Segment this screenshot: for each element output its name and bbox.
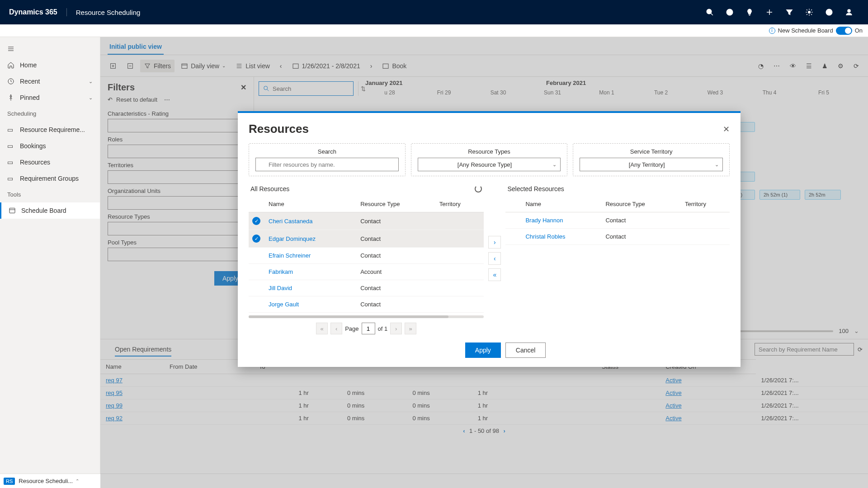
remove-selected-btn[interactable]: ‹	[488, 252, 501, 265]
modal-apply-btn[interactable]: Apply	[465, 343, 501, 358]
resource-row[interactable]: Fabrikam Account	[249, 264, 484, 280]
svg-line-1	[711, 13, 713, 15]
banner-label: New Schedule Board	[778, 27, 833, 34]
resource-row[interactable]: ✓ Edgar Dominquez Contact	[249, 230, 484, 248]
nav-recent[interactable]: Recent ⌄	[0, 73, 100, 89]
section-tools: Tools	[0, 187, 100, 202]
chevron-down-icon: ⌄	[89, 79, 93, 84]
nav-home[interactable]: Home	[0, 57, 100, 73]
resource-link[interactable]: Fabrikam	[269, 268, 293, 275]
app-badge: RS	[4, 478, 15, 485]
chevron-down-icon: ⌄	[89, 95, 93, 101]
resources-modal: Resources ✕ Search Resource Types [Any R…	[238, 111, 741, 367]
resource-search-input[interactable]	[255, 158, 399, 171]
checked-icon: ✓	[252, 235, 260, 243]
resource-link[interactable]: Christal Robles	[525, 233, 565, 240]
svg-rect-12	[9, 208, 15, 213]
add-icon[interactable]	[760, 0, 779, 24]
info-icon: i	[769, 28, 775, 34]
add-selected-btn[interactable]: ›	[488, 236, 501, 249]
territory-select[interactable]: [Any Territory]⌄	[580, 158, 723, 171]
nav-resource-requirements[interactable]: ▭Resource Requireme...	[0, 122, 100, 138]
help-icon[interactable]	[819, 0, 839, 24]
section-scheduling: Scheduling	[0, 106, 100, 122]
hamburger-icon[interactable]	[0, 41, 100, 57]
app-name: Resource Scheduling	[67, 9, 141, 16]
resource-link[interactable]: Jorge Gault	[269, 301, 299, 308]
last-page-btn[interactable]: »	[405, 323, 416, 334]
reload-icon[interactable]	[475, 185, 482, 192]
bulb-icon[interactable]	[740, 0, 760, 24]
page-input[interactable]	[362, 323, 375, 334]
resource-link[interactable]: Jill David	[269, 285, 292, 291]
modal-title: Resources	[249, 122, 309, 136]
all-resources-label: All Resources	[250, 185, 289, 192]
resource-row[interactable]: Christal Robles Contact	[505, 229, 730, 245]
new-board-toggle[interactable]	[836, 27, 852, 35]
app-footer-label[interactable]: Resource Scheduli...	[19, 478, 73, 484]
brand: Dynamics 365	[9, 8, 67, 16]
resource-row[interactable]: Brady Hannon Contact	[505, 212, 730, 229]
resource-link[interactable]: Edgar Dominquez	[269, 235, 316, 242]
task-icon[interactable]	[720, 0, 740, 24]
user-icon[interactable]	[839, 0, 859, 24]
modal-cancel-btn[interactable]: Cancel	[505, 343, 546, 358]
hscroll[interactable]	[249, 315, 484, 318]
new-board-banner: i New Schedule Board On	[0, 24, 868, 37]
sidebar: Home Recent ⌄ Pinned ⌄ Scheduling ▭Resou…	[0, 37, 100, 488]
selected-resources-table: Name Resource Type Territory Brady Hanno…	[505, 196, 730, 245]
resource-link[interactable]: Brady Hannon	[525, 217, 563, 224]
types-filter-box: Resource Types [Any Resource Type]⌄	[411, 143, 568, 176]
first-page-btn[interactable]: «	[316, 323, 328, 334]
all-resources-table: Name Resource Type Territory ✓ Cheri Cas…	[249, 196, 484, 313]
filter-icon[interactable]	[779, 0, 799, 24]
prev-page-btn[interactable]: ‹	[330, 323, 342, 334]
svg-point-0	[707, 9, 712, 14]
nav-schedule-board[interactable]: Schedule Board	[0, 202, 100, 219]
search-icon[interactable]	[700, 0, 720, 24]
territory-filter-box: Service Territory [Any Territory]⌄	[573, 143, 730, 176]
svg-point-5	[808, 11, 811, 14]
toggle-state: On	[855, 27, 863, 34]
remove-all-btn[interactable]: «	[488, 268, 501, 281]
resource-row[interactable]: Jill David Contact	[249, 280, 484, 296]
gear-icon[interactable]	[799, 0, 819, 24]
nav-bookings[interactable]: ▭Bookings	[0, 138, 100, 154]
topbar: Dynamics 365 Resource Scheduling	[0, 0, 868, 24]
modal-pagination: « ‹ Page of 1 › »	[249, 323, 484, 334]
next-page-btn[interactable]: ›	[390, 323, 402, 334]
nav-pinned[interactable]: Pinned ⌄	[0, 89, 100, 106]
resource-row[interactable]: ✓ Cheri Castaneda Contact	[249, 212, 484, 230]
nav-resources[interactable]: ▭Resources	[0, 154, 100, 170]
chevron-up-icon[interactable]: ⌃	[75, 479, 79, 483]
close-modal-icon[interactable]: ✕	[723, 124, 730, 134]
checked-icon: ✓	[252, 217, 260, 225]
resource-types-select[interactable]: [Any Resource Type]⌄	[418, 158, 561, 171]
search-filter-box: Search	[249, 143, 406, 176]
nav-requirement-groups[interactable]: ▭Requirement Groups	[0, 170, 100, 187]
resource-row[interactable]: Jorge Gault Contact	[249, 296, 484, 313]
resource-link[interactable]: Efrain Schreiner	[269, 252, 311, 259]
resource-link[interactable]: Cheri Castaneda	[269, 218, 313, 225]
selected-resources-label: Selected Resources	[507, 185, 564, 192]
resource-row[interactable]: Efrain Schreiner Contact	[249, 248, 484, 264]
svg-point-7	[848, 9, 850, 12]
